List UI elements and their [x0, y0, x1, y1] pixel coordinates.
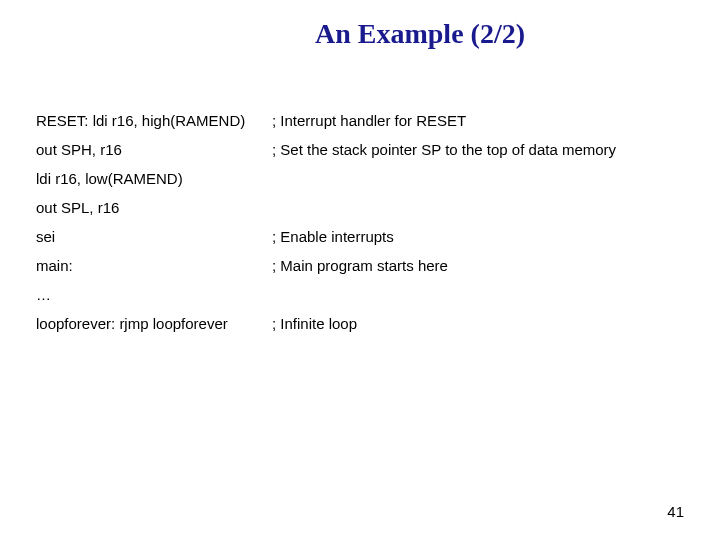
- code-row: ldi r16, low(RAMEND): [36, 164, 630, 193]
- comment-cell: [272, 280, 630, 309]
- code-cell: out SPH, r16: [36, 135, 272, 164]
- comment-cell: [272, 193, 630, 222]
- code-cell: out SPL, r16: [36, 193, 272, 222]
- code-row: main: ; Main program starts here: [36, 251, 630, 280]
- code-row: RESET: ldi r16, high(RAMEND) ; Interrupt…: [36, 106, 630, 135]
- comment-cell: ; Set the stack pointer SP to the top of…: [272, 135, 630, 164]
- code-row: sei ; Enable interrupts: [36, 222, 630, 251]
- comment-cell: ; Enable interrupts: [272, 222, 630, 251]
- code-cell: …: [36, 280, 272, 309]
- code-content: RESET: ldi r16, high(RAMEND) ; Interrupt…: [0, 56, 720, 338]
- comment-cell: ; Infinite loop: [272, 309, 630, 338]
- page-number: 41: [667, 503, 684, 520]
- code-cell: ldi r16, low(RAMEND): [36, 164, 272, 193]
- code-cell: loopforever: rjmp loopforever: [36, 309, 272, 338]
- comment-cell: [272, 164, 630, 193]
- code-cell: sei: [36, 222, 272, 251]
- code-row: out SPH, r16 ; Set the stack pointer SP …: [36, 135, 630, 164]
- comment-cell: ; Main program starts here: [272, 251, 630, 280]
- comment-cell: ; Interrupt handler for RESET: [272, 106, 630, 135]
- code-table: RESET: ldi r16, high(RAMEND) ; Interrupt…: [36, 106, 630, 338]
- code-row: …: [36, 280, 630, 309]
- code-cell: main:: [36, 251, 272, 280]
- code-cell: RESET: ldi r16, high(RAMEND): [36, 106, 272, 135]
- code-row: out SPL, r16: [36, 193, 630, 222]
- code-row: loopforever: rjmp loopforever ; Infinite…: [36, 309, 630, 338]
- slide-title: An Example (2/2): [0, 0, 720, 56]
